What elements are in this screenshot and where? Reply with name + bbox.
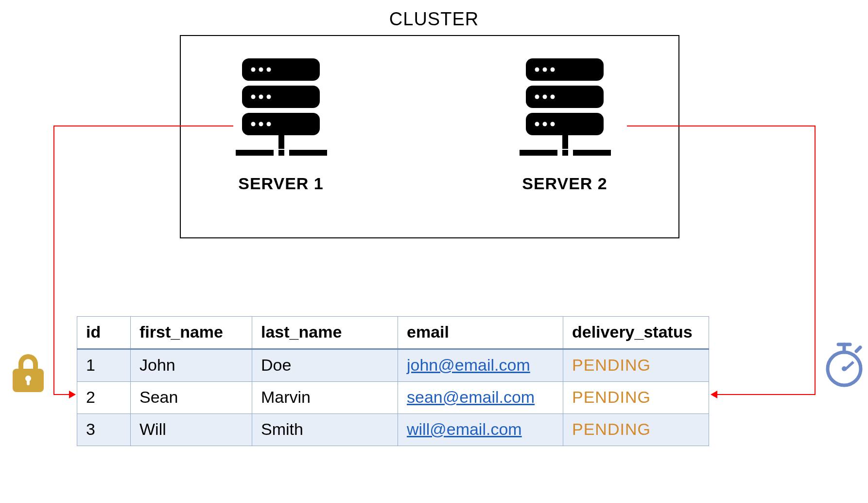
svg-line-38 xyxy=(856,347,860,351)
cell-id: 2 xyxy=(77,382,131,414)
connector-line xyxy=(53,126,54,395)
server-icon xyxy=(514,54,616,165)
cell-last-name: Marvin xyxy=(252,382,398,414)
table-row: 1 John Doe john@email.com PENDING xyxy=(77,349,709,382)
cell-delivery-status: PENDING xyxy=(563,349,709,382)
svg-point-25 xyxy=(535,122,539,126)
svg-point-26 xyxy=(543,122,547,126)
svg-marker-40 xyxy=(844,361,854,371)
col-id: id xyxy=(77,317,131,349)
svg-point-5 xyxy=(267,68,271,72)
data-table-wrap: id first_name last_name email delivery_s… xyxy=(77,316,709,446)
svg-rect-34 xyxy=(27,378,30,385)
cluster-title: CLUSTER xyxy=(0,9,868,30)
cell-email: will@email.com xyxy=(398,414,563,446)
connector-line xyxy=(53,394,69,395)
status-badge: PENDING xyxy=(572,388,651,406)
arrow-right-icon xyxy=(69,391,76,398)
cell-id: 3 xyxy=(77,414,131,446)
lock-icon xyxy=(9,350,48,394)
svg-rect-14 xyxy=(278,150,284,156)
server-1: SERVER 1 xyxy=(218,54,344,193)
svg-rect-15 xyxy=(289,150,327,156)
cell-delivery-status: PENDING xyxy=(563,414,709,446)
svg-point-19 xyxy=(535,68,539,72)
email-link[interactable]: john@email.com xyxy=(407,356,530,374)
svg-point-21 xyxy=(551,68,555,72)
table-row: 2 Sean Marvin sean@email.com PENDING xyxy=(77,382,709,414)
svg-point-11 xyxy=(267,122,271,126)
email-link[interactable]: sean@email.com xyxy=(407,388,535,406)
svg-rect-28 xyxy=(562,135,568,149)
table-header-row: id first_name last_name email delivery_s… xyxy=(77,317,709,349)
svg-point-22 xyxy=(535,95,539,99)
cell-last-name: Smith xyxy=(252,414,398,446)
status-badge: PENDING xyxy=(572,420,651,438)
cell-delivery-status: PENDING xyxy=(563,382,709,414)
svg-point-10 xyxy=(259,122,263,126)
svg-point-24 xyxy=(551,95,555,99)
col-delivery-status: delivery_status xyxy=(563,317,709,349)
svg-rect-30 xyxy=(562,150,568,156)
cell-id: 1 xyxy=(77,349,131,382)
server-1-label: SERVER 1 xyxy=(218,174,344,193)
connector-line xyxy=(815,126,816,395)
svg-rect-29 xyxy=(520,150,557,156)
cell-last-name: Doe xyxy=(252,349,398,382)
col-first-name: first_name xyxy=(131,317,252,349)
svg-point-4 xyxy=(259,68,263,72)
svg-point-7 xyxy=(259,95,263,99)
connector-line xyxy=(627,126,816,126)
connector-line xyxy=(53,126,233,126)
server-icon xyxy=(230,54,332,165)
svg-point-6 xyxy=(251,95,256,99)
table-row: 3 Will Smith will@email.com PENDING xyxy=(77,414,709,446)
cell-first-name: Sean xyxy=(131,382,252,414)
col-last-name: last_name xyxy=(252,317,398,349)
svg-point-8 xyxy=(267,95,271,99)
server-2-label: SERVER 2 xyxy=(502,174,628,193)
diagram-stage: CLUSTER SERVER 1 xyxy=(0,0,868,503)
col-email: email xyxy=(398,317,563,349)
svg-rect-13 xyxy=(236,150,274,156)
email-link[interactable]: will@email.com xyxy=(407,420,522,438)
arrow-left-icon xyxy=(711,391,717,398)
svg-point-9 xyxy=(251,122,256,126)
connector-line xyxy=(717,394,816,395)
server-2: SERVER 2 xyxy=(502,54,628,193)
svg-point-23 xyxy=(543,95,547,99)
data-table: id first_name last_name email delivery_s… xyxy=(77,316,709,446)
svg-rect-31 xyxy=(573,150,611,156)
svg-point-3 xyxy=(251,68,256,72)
svg-rect-12 xyxy=(278,135,284,149)
svg-point-20 xyxy=(543,68,547,72)
cell-first-name: Will xyxy=(131,414,252,446)
status-badge: PENDING xyxy=(572,356,651,374)
cell-first-name: John xyxy=(131,349,252,382)
svg-point-27 xyxy=(551,122,555,126)
cell-email: john@email.com xyxy=(398,349,563,382)
cell-email: sean@email.com xyxy=(398,382,563,414)
stopwatch-icon xyxy=(822,341,866,389)
